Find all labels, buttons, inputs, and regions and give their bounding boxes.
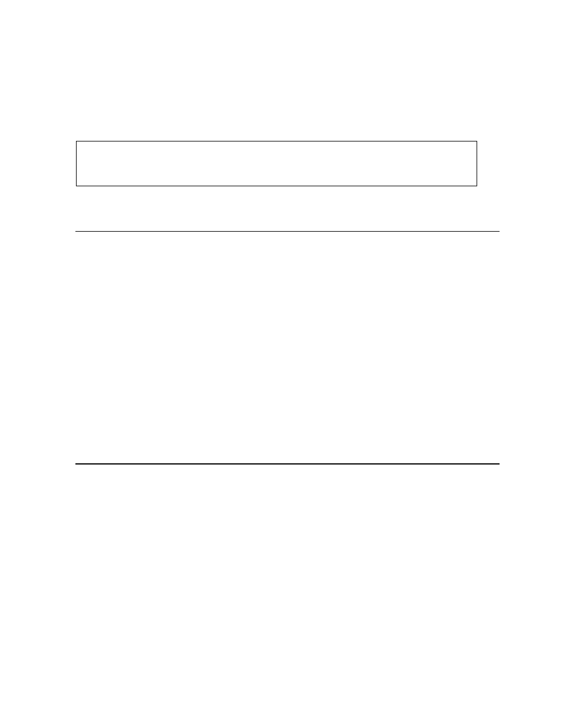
outlined-box — [76, 141, 477, 186]
horizontal-rule-thin — [75, 231, 500, 232]
document-page — [0, 0, 562, 728]
horizontal-rule-thick — [75, 463, 500, 465]
